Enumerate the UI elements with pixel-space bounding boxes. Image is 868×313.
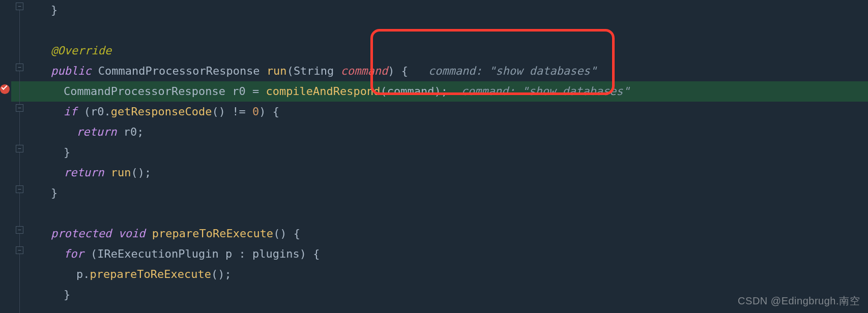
variable: r0 — [232, 85, 246, 98]
fold-guide — [19, 112, 20, 145]
keyword: if — [64, 105, 77, 118]
fold-guide — [19, 152, 20, 185]
code-line[interactable] — [26, 203, 868, 224]
code-line-current[interactable]: CommandProcessorResponse r0 = compileAnd… — [26, 81, 868, 102]
code-editor[interactable]: − − − − − − − } @Override public Command… — [0, 0, 868, 313]
method-name: run — [267, 65, 287, 77]
code-line[interactable]: for (IReExecutionPlugin p : plugins) { — [26, 244, 868, 264]
method-name: prepareToReExecute — [152, 227, 273, 240]
inline-hint: command: "show databases" — [461, 85, 630, 98]
method-call: compileAndRespond — [266, 85, 380, 98]
code-line[interactable]: } — [26, 142, 868, 163]
fold-marker[interactable]: − — [16, 246, 23, 254]
argument: command — [387, 85, 435, 98]
fold-guide — [19, 10, 20, 64]
method-call: run — [111, 166, 131, 179]
fold-guide — [19, 234, 20, 246]
type: IReExecutionPlugin — [97, 247, 218, 260]
param-name: command — [341, 65, 388, 77]
variable: p — [76, 268, 83, 280]
code-line[interactable]: public CommandProcessorResponse run(Stri… — [26, 61, 868, 81]
code-line[interactable]: protected void prepareToReExecute() { — [26, 224, 868, 244]
code-line[interactable]: return r0; — [26, 122, 868, 142]
code-line[interactable]: } — [26, 0, 868, 20]
keyword: for — [64, 247, 84, 260]
keyword: return — [64, 166, 104, 179]
variable: r0 — [124, 126, 137, 138]
fold-marker[interactable]: − — [16, 3, 23, 10]
code-line[interactable]: if (r0.getResponseCode() != 0) { — [26, 102, 868, 122]
number: 0 — [252, 105, 259, 118]
brace: } — [51, 186, 57, 199]
watermark: CSDN @Edingbrugh.南空 — [738, 294, 860, 308]
brace: } — [51, 4, 57, 16]
fold-guide — [19, 193, 20, 226]
inline-hint: command: "show databases" — [428, 65, 597, 77]
param-type: String — [294, 65, 334, 77]
method-call: getResponseCode — [111, 105, 212, 118]
variable: p — [225, 247, 232, 260]
breakpoint-icon[interactable] — [0, 84, 10, 94]
code-line[interactable] — [26, 20, 868, 41]
annotation: @Override — [51, 44, 111, 57]
code-line[interactable]: return run(); — [26, 163, 868, 183]
code-line[interactable]: @Override — [26, 41, 868, 61]
code-line[interactable]: } — [26, 183, 868, 203]
keyword: void — [118, 227, 145, 240]
keyword: return — [76, 126, 117, 138]
code-area[interactable]: } @Override public CommandProcessorRespo… — [26, 0, 868, 305]
type: CommandProcessorResponse — [64, 85, 225, 98]
method-call: prepareToReExecute — [90, 268, 211, 280]
type: CommandProcessorResponse — [98, 65, 260, 77]
keyword: protected — [51, 227, 111, 240]
variable: plugins — [252, 247, 300, 260]
brace: } — [64, 288, 70, 301]
gutter[interactable]: − − − − − − − — [0, 0, 11, 313]
fold-guide — [19, 71, 20, 104]
fold-guide — [19, 254, 20, 313]
code-line[interactable]: p.prepareToReExecute(); — [26, 264, 868, 285]
variable: r0 — [91, 105, 104, 118]
brace: } — [64, 146, 70, 159]
keyword: public — [51, 65, 91, 77]
